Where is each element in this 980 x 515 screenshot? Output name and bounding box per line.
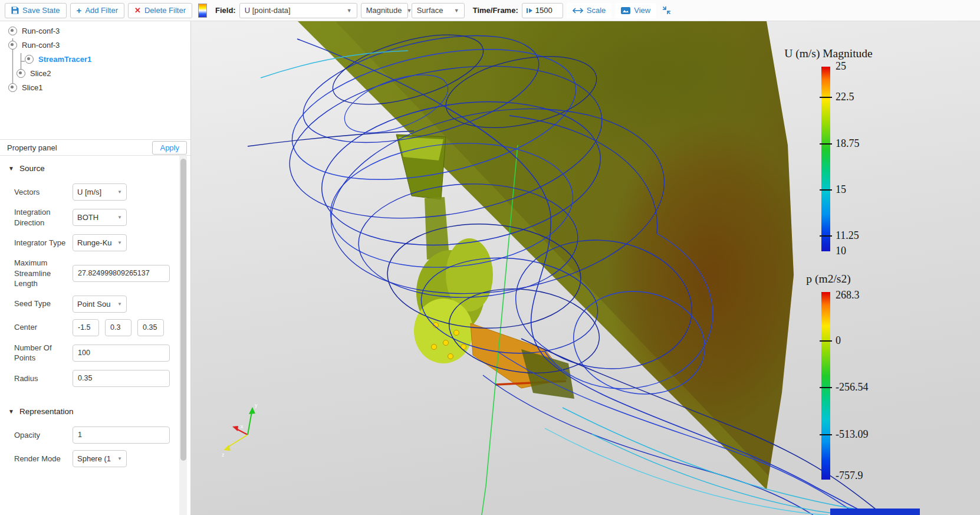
pipeline-item-label: Run-conf-3 [22, 27, 60, 35]
tick-label: 11.25 [836, 229, 859, 242]
field-label: Radius [14, 373, 73, 384]
pipeline-item-label: Slice2 [30, 69, 51, 78]
component-select[interactable]: Magnitude ▼ [361, 3, 408, 18]
chevron-down-icon: ▼ [406, 8, 412, 14]
vectors-select[interactable]: U [m/s]▼ [73, 183, 127, 201]
scale-button[interactable]: Scale [567, 3, 612, 18]
pipeline-tree-items: Run-conf-3Run-conf-3StreamTracer1Slice2S… [0, 24, 190, 94]
collapse-triangle-icon: ▼ [8, 408, 14, 415]
field-row-seed-type: Seed TypePoint Sou▼ [0, 296, 190, 313]
representation-select-value: Surface [417, 6, 443, 15]
visibility-eye-icon[interactable] [8, 27, 17, 35]
field-label: Integrator Type [14, 238, 73, 248]
colormap-icon[interactable] [198, 4, 207, 18]
pipeline-item-label: Run-conf-3 [22, 41, 60, 50]
collapse-triangle-icon: ▼ [8, 165, 14, 172]
number-of-points-input[interactable] [73, 345, 170, 362]
color-legend-u-magnitude: U (m/s) Magnitude 2522.518.751511.2510 [772, 47, 920, 60]
maximum-streamline-length-input[interactable] [73, 265, 170, 282]
pipeline-item-streamtracer1[interactable]: StreamTracer1 [0, 52, 190, 66]
tick-label: 0 [836, 334, 841, 347]
tick-label: 22.5 [836, 91, 854, 103]
visibility-eye-icon[interactable] [25, 55, 34, 64]
center-input-2[interactable] [137, 319, 164, 336]
time-frame-input[interactable] [535, 6, 559, 15]
fit-view-button[interactable] [660, 6, 673, 15]
field-label: Opacity [14, 430, 73, 441]
tick-mark [820, 434, 832, 435]
center-input-0[interactable] [73, 319, 99, 336]
toolbar: Save State + Add Filter ✕ Delete Filter … [0, 0, 980, 21]
field-row-number-of-points: Number Of Points [0, 343, 190, 363]
chevron-down-icon: ▼ [454, 8, 459, 14]
property-panel-title: Property panel [7, 143, 57, 152]
radius-input[interactable] [73, 370, 170, 387]
section-header-source[interactable]: ▼Source [0, 164, 190, 173]
colorbar [821, 67, 830, 251]
seed-type-select[interactable]: Point Sou▼ [73, 296, 127, 313]
pipeline-item-run-conf-3[interactable]: Run-conf-3 [0, 24, 190, 38]
field-label: Seed Type [14, 298, 73, 309]
field-select[interactable]: U [point-data] ▼ [239, 3, 357, 18]
fit-view-icon [662, 6, 671, 15]
play-icon[interactable] [526, 7, 533, 14]
render-mode-select[interactable]: Sphere (1▼ [73, 450, 127, 467]
render-viewport[interactable]: x y z U (m/s) Magnitude 2522.518.751511.… [191, 21, 980, 515]
property-panel-scrollbar[interactable] [179, 156, 187, 515]
field-label: Integration Direction [14, 207, 73, 228]
property-panel-body: ▼SourceVectorsU [m/s]▼Integration Direct… [0, 156, 190, 515]
view-image-icon [621, 7, 630, 14]
delete-filter-button[interactable]: ✕ Delete Filter [128, 3, 192, 18]
property-sections: ▼SourceVectorsU [m/s]▼Integration Direct… [0, 164, 190, 467]
view-button[interactable]: View [615, 3, 656, 18]
select-value: Point Sou [77, 300, 110, 309]
add-filter-label: Add Filter [85, 6, 118, 15]
legend-title: U (m/s) Magnitude [772, 47, 884, 60]
opacity-input[interactable] [73, 427, 170, 444]
tick-label: -757.9 [836, 470, 863, 482]
apply-button[interactable]: Apply [152, 141, 187, 155]
section-header-representation[interactable]: ▼Representation [0, 407, 190, 416]
save-state-button[interactable]: Save State [5, 3, 67, 18]
center-input-1[interactable] [105, 319, 131, 336]
pipeline-item-run-conf-3[interactable]: Run-conf-3 [0, 38, 190, 52]
field-label: Number Of Points [14, 343, 73, 363]
pipeline-item-slice2[interactable]: Slice2 [0, 66, 190, 80]
field-row-integrator-type: Integrator TypeRunge-Ku▼ [0, 234, 190, 251]
add-filter-button[interactable]: + Add Filter [70, 3, 124, 18]
field-row-radius: Radius [0, 370, 190, 387]
field-label: Center [14, 322, 73, 333]
field-label: Field: [215, 6, 236, 15]
render-view-3d[interactable]: x y z [191, 21, 980, 515]
tick-label: 18.75 [836, 137, 860, 150]
tick-mark [820, 387, 832, 388]
integrator-type-select[interactable]: Runge-Ku▼ [73, 234, 127, 251]
field-row-maximum-streamline-length: Maximum Streamline Length [0, 258, 190, 289]
visibility-eye-icon[interactable] [8, 41, 17, 50]
color-legend-pressure: p (m2/s2) 268.30-256.54-513.09-757.9 [772, 273, 920, 286]
tick-label: 268.3 [836, 289, 860, 301]
chevron-down-icon: ▼ [117, 456, 122, 461]
field-row-center: Center [0, 319, 190, 336]
application-window: Save State + Add Filter ✕ Delete Filter … [0, 0, 980, 515]
property-panel-header: Property panel Apply [0, 139, 190, 156]
axis-label-y: y [255, 402, 258, 408]
axis-label-x: x [241, 424, 244, 429]
integration-direction-select[interactable]: BOTH▼ [73, 209, 127, 226]
bottom-blue-bar [830, 509, 920, 515]
section-label: Source [19, 164, 45, 173]
scrollbar-thumb[interactable] [180, 159, 186, 461]
section-label: Representation [19, 407, 74, 416]
chevron-down-icon: ▼ [117, 215, 122, 220]
view-label: View [634, 6, 650, 15]
tick-label: 15 [836, 183, 846, 196]
tick-mark [820, 340, 832, 342]
tick-mark [820, 97, 832, 98]
select-value: BOTH [77, 213, 98, 222]
representation-select[interactable]: Surface ▼ [412, 3, 465, 18]
visibility-eye-icon[interactable] [17, 69, 25, 78]
pipeline-item-slice1[interactable]: Slice1 [0, 80, 190, 94]
sidebar: Run-conf-3Run-conf-3StreamTracer1Slice2S… [0, 21, 191, 515]
tick-label: 25 [836, 60, 846, 73]
visibility-eye-icon[interactable] [8, 83, 17, 92]
